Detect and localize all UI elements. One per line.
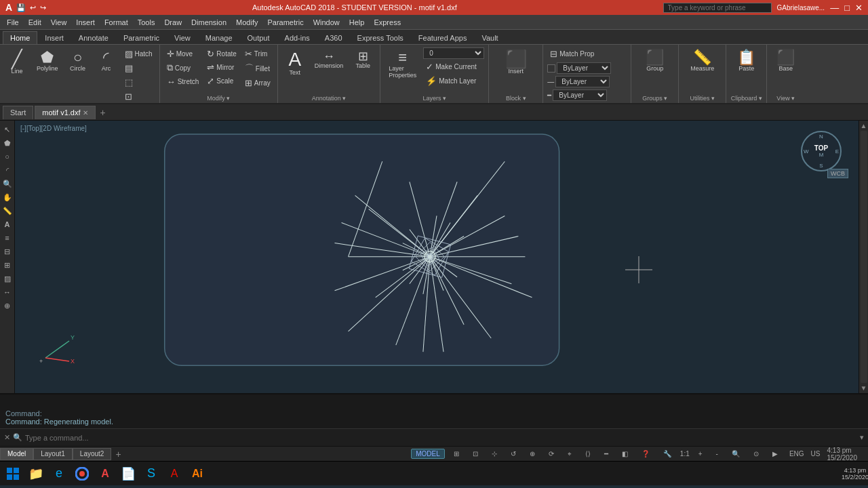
layout-tab-layout1[interactable]: Layout1 (33, 448, 73, 460)
cmd-expand-icon[interactable]: ▾ (860, 433, 864, 442)
cmd-close-icon[interactable]: ✕ (4, 433, 10, 442)
match-properties-button[interactable]: ⊟ Match Prop (547, 47, 627, 60)
taskbar-chrome[interactable] (72, 464, 92, 484)
dimension-button[interactable]: ↔ Dimension (311, 47, 348, 72)
dimension-tool[interactable]: ↔ (1, 286, 14, 298)
gradient-button[interactable]: ▤ (122, 62, 155, 75)
circle-button[interactable]: ○ Circle (65, 47, 91, 75)
transparency-button[interactable]: ◧ (617, 449, 633, 459)
layer-select[interactable]: 0 (423, 47, 484, 59)
scroll-up[interactable]: ▲ (861, 122, 867, 129)
menu-dimension[interactable]: Dimension (187, 17, 231, 28)
close-tab-icon[interactable]: ✕ (83, 109, 88, 117)
menu-tools[interactable]: Tools (134, 17, 159, 28)
tab-insert[interactable]: Insert (37, 31, 71, 44)
tab-view[interactable]: View (167, 31, 198, 44)
taskbar-edge[interactable]: e (49, 464, 69, 484)
text-tool[interactable]: A (1, 218, 14, 230)
otrack-button[interactable]: ⟳ (544, 449, 559, 459)
ducs-button[interactable]: ⌖ (563, 449, 576, 460)
grid-button[interactable]: ⊞ (449, 449, 464, 459)
tab-parametric[interactable]: Parametric (116, 31, 167, 44)
menu-express[interactable]: Express (370, 17, 405, 28)
copy-button[interactable]: ⧉ Copy (164, 61, 202, 75)
menu-parametric[interactable]: Parametric (263, 17, 307, 28)
pan-tool[interactable]: ✋ (1, 191, 14, 203)
osnap-button[interactable]: ⊕ (525, 449, 540, 459)
menu-view[interactable]: View (47, 17, 71, 28)
line-button[interactable]: ╱ Line (4, 47, 30, 77)
tab-annotate[interactable]: Annotate (71, 31, 116, 44)
measure-button[interactable]: 📏 Measure (686, 47, 718, 75)
tab-manage[interactable]: Manage (198, 31, 240, 44)
match-layer-button[interactable]: ⚡ Match Layer (423, 75, 484, 87)
qp-button[interactable]: ❓ (637, 449, 654, 459)
model-button[interactable]: MODEL (411, 449, 445, 459)
array-button[interactable]: ⊞ Array (242, 77, 273, 89)
circle-tool[interactable]: ○ (1, 150, 14, 163)
object-snap-tool[interactable]: ⊕ (1, 300, 14, 312)
paste-button[interactable]: 📋 Paste (733, 47, 760, 75)
taskbar-autocad[interactable]: A (95, 464, 115, 484)
snap-button[interactable]: ⊡ (468, 449, 483, 459)
menu-modify[interactable]: Modify (232, 17, 262, 28)
base-button[interactable]: ⬛ Base (772, 47, 799, 75)
polar-button[interactable]: ↺ (506, 449, 521, 459)
maximize-button[interactable]: □ (844, 3, 850, 13)
zoom-tool[interactable]: 🔍 (1, 178, 14, 190)
tab-featured[interactable]: Featured Apps (411, 31, 475, 44)
layer-properties-button[interactable]: ≡ LayerProperties (384, 47, 420, 81)
tab-home[interactable]: Home (3, 31, 37, 44)
linetype-select[interactable]: ByLayer (555, 76, 610, 87)
table-button[interactable]: ⊞ Table (350, 47, 376, 72)
add-layout-button[interactable]: + (111, 449, 125, 460)
command-input[interactable] (25, 434, 857, 442)
quick-access-save[interactable]: 💾 (16, 3, 26, 12)
menu-file[interactable]: File (3, 17, 23, 28)
tab-express[interactable]: Express Tools (350, 31, 411, 44)
arc-tool[interactable]: ◜ (1, 164, 14, 176)
taskbar-skype[interactable]: S (141, 464, 161, 484)
fillet-button[interactable]: ⌒ Fillet (242, 61, 273, 76)
menu-help[interactable]: Help (345, 17, 369, 28)
polyline-tool[interactable]: ⬟ (1, 137, 14, 149)
hatch-tool[interactable]: ▨ (1, 272, 14, 285)
sc-button[interactable]: 🔧 (658, 449, 676, 459)
insert-button[interactable]: ⬛ Insert (501, 47, 531, 77)
menu-window[interactable]: Window (309, 17, 344, 28)
taskbar-illustrator[interactable]: Ai (187, 464, 208, 484)
taskbar-explorer[interactable]: 📁 (26, 464, 46, 484)
hatch-button[interactable]: ▨ Hatch (122, 47, 155, 60)
doc-tab-start[interactable]: Start (3, 106, 33, 119)
doc-tab-motif[interactable]: motif v1.dxf ✕ (35, 106, 96, 119)
properties-tool[interactable]: ⊟ (1, 245, 14, 258)
layout-tab-layout2[interactable]: Layout2 (73, 448, 112, 460)
tab-a360[interactable]: A360 (317, 31, 350, 44)
lw-button[interactable]: ━ (599, 449, 613, 459)
menu-format[interactable]: Format (100, 17, 132, 28)
right-scrollbar[interactable]: ▲ ▼ (859, 121, 868, 393)
boundary-button[interactable]: ⬚ (122, 76, 155, 89)
quick-access-undo[interactable]: ↩ (30, 3, 36, 12)
quick-access-redo[interactable]: ↪ (40, 3, 46, 12)
scroll-down[interactable]: ▼ (861, 384, 867, 392)
block-tool[interactable]: ⊞ (1, 259, 14, 271)
color-select[interactable]: ByLayer (557, 62, 611, 74)
group-button[interactable]: ⬛ Group (642, 47, 668, 75)
menu-insert[interactable]: Insert (72, 17, 99, 28)
make-current-button[interactable]: ✓ Make Current (423, 60, 484, 73)
polyline-button[interactable]: ⬟ Polyline (33, 47, 62, 75)
tab-vault[interactable]: Vault (474, 31, 505, 44)
measure-tool[interactable]: 📏 (1, 205, 14, 217)
tab-addins[interactable]: Add-ins (277, 31, 317, 44)
taskbar-start[interactable] (3, 464, 23, 484)
minimize-button[interactable]: — (830, 3, 839, 13)
trim-button[interactable]: ✂ Trim (242, 47, 273, 60)
layer-tool[interactable]: ≡ (1, 232, 14, 244)
taskbar-acrobat[interactable]: A (164, 464, 184, 484)
menu-edit[interactable]: Edit (24, 17, 45, 28)
menu-draw[interactable]: Draw (160, 17, 186, 28)
add-tab-button[interactable]: + (97, 107, 108, 118)
zoom-in-button[interactable]: + (694, 449, 707, 459)
stretch-button[interactable]: ↔ Stretch (164, 75, 202, 88)
